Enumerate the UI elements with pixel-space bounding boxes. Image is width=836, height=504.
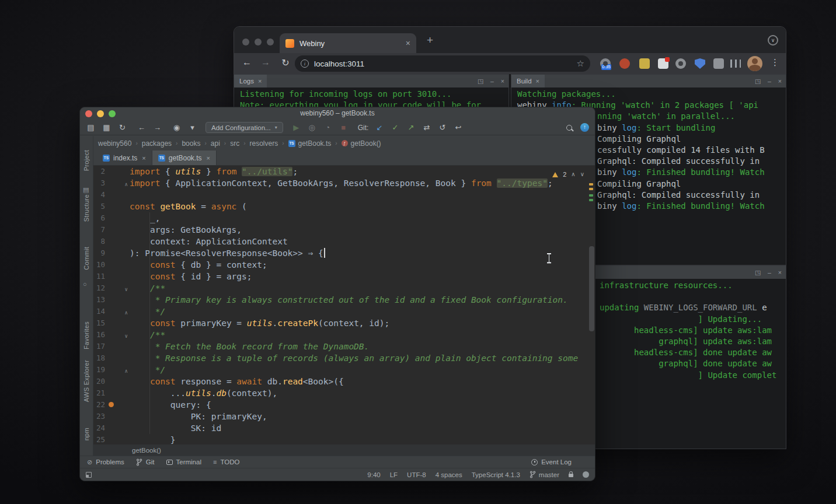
readonly-toggle[interactable] — [569, 472, 573, 477]
close-icon[interactable]: × — [778, 269, 782, 276]
traffic-light-icon[interactable] — [85, 110, 92, 117]
inspections-indicator[interactable] — [583, 471, 589, 478]
fold-icon[interactable]: ∧ — [125, 365, 128, 377]
indent-style[interactable]: 4 spaces — [436, 471, 462, 478]
ide-update-icon[interactable] — [580, 123, 589, 132]
stop-icon[interactable]: ■ — [339, 123, 349, 132]
logs-tab[interactable]: Logs × — [234, 75, 267, 88]
problems-button[interactable]: ⊘Problems — [87, 459, 124, 466]
minimize-icon[interactable]: – — [768, 269, 771, 276]
next-problem-icon[interactable]: ∨ — [580, 169, 584, 180]
toolwindow-toggle-icon[interactable] — [86, 472, 92, 478]
breadcrumb-item[interactable]: getBook() — [342, 139, 381, 148]
encoding[interactable]: UTF-8 — [407, 471, 426, 478]
lightning-extension-icon[interactable] — [639, 58, 650, 69]
close-icon[interactable]: × — [501, 78, 504, 85]
prev-problem-icon[interactable]: ∧ — [571, 169, 575, 180]
red-circle-extension-icon[interactable] — [619, 58, 630, 69]
search-everywhere-icon[interactable] — [566, 125, 572, 131]
undo-icon[interactable]: ↩ — [453, 123, 463, 132]
typescript-version[interactable]: TypeScript 4.1.3 — [472, 471, 520, 478]
camera-extension-icon[interactable] — [675, 58, 686, 69]
todo-button[interactable]: ≡TODO — [213, 459, 239, 466]
tab-close-icon[interactable]: × — [207, 155, 210, 162]
breadcrumb-item[interactable]: src — [230, 139, 239, 148]
float-icon[interactable]: ◳ — [478, 78, 483, 85]
circle-icon[interactable]: ○ — [83, 281, 87, 288]
git-update-icon[interactable]: ↙ — [374, 123, 384, 132]
editor-tab[interactable]: getBook.ts× — [152, 150, 217, 165]
gutter-icon[interactable] — [109, 402, 114, 407]
event-log-button[interactable]: Event Log — [531, 459, 572, 466]
sidebar-item-npm[interactable]: npm — [83, 428, 90, 440]
aperture-extension-icon[interactable]: 0.35 — [600, 58, 611, 69]
close-icon[interactable]: × — [536, 78, 539, 85]
open-project-icon[interactable]: ▤ — [86, 123, 96, 132]
breadcrumb-item[interactable]: api — [211, 139, 220, 148]
editor-tab[interactable]: index.ts× — [97, 150, 152, 165]
new-tab-button[interactable]: + — [427, 34, 433, 47]
breadcrumb-item[interactable]: books — [182, 139, 200, 148]
fold-icon[interactable]: ∨ — [125, 330, 128, 342]
forward-icon[interactable]: → — [260, 57, 271, 68]
tab-search-button[interactable]: ∨ — [768, 35, 778, 46]
history-icon[interactable]: ↺ — [437, 123, 447, 132]
sidebar-item-aws-explorer[interactable]: AWS Explorer — [83, 360, 90, 402]
user-settings-icon[interactable]: ◉ — [172, 123, 182, 132]
fold-icon[interactable]: ∨ — [125, 284, 128, 295]
sidebar-item-project[interactable]: Project — [83, 150, 90, 171]
browser-tab[interactable]: Webiny × — [280, 33, 416, 53]
sync-icon[interactable]: ↻ — [117, 123, 127, 132]
code-editor[interactable]: 2 ∧ ∨ 2import { utils } from "../utils";… — [93, 166, 595, 444]
reload-icon[interactable]: ↻ — [280, 57, 291, 68]
traffic-light-icon[interactable] — [255, 38, 262, 46]
run-configurations-combo[interactable]: Add Configuration... ▾ — [205, 122, 283, 133]
sidebar-item-favorites[interactable]: Favorites — [83, 321, 90, 349]
lines-extension-icon[interactable] — [730, 60, 741, 68]
git-branch[interactable]: master — [530, 471, 559, 478]
nav-forward-icon[interactable]: → — [152, 123, 162, 132]
traffic-light-icon[interactable] — [97, 110, 104, 117]
shield-extension-icon[interactable] — [695, 58, 705, 69]
sidebar-item-structure[interactable]: Structure — [83, 194, 90, 222]
puzzle-extension-icon[interactable] — [713, 58, 724, 69]
float-icon[interactable]: ◳ — [755, 78, 761, 85]
scope-breadcrumb[interactable]: getBook() — [93, 444, 595, 456]
breadcrumb-item[interactable]: resolvers — [250, 139, 278, 148]
nav-back-icon[interactable]: ← — [137, 123, 147, 132]
folder-icon[interactable]: ▤ — [83, 186, 89, 194]
float-icon[interactable]: ◳ — [755, 269, 761, 276]
debug-icon[interactable]: ◎ — [307, 123, 317, 132]
line-separator[interactable]: LF — [390, 471, 398, 478]
tab-close-icon[interactable]: × — [142, 155, 145, 162]
breadcrumb-item[interactable]: webiny560 — [98, 139, 131, 148]
run-icon[interactable]: ▶ — [291, 123, 301, 132]
url-text[interactable]: localhost:3011 — [314, 60, 364, 68]
editor-scrollbar[interactable] — [589, 246, 594, 331]
mail-extension-icon[interactable] — [658, 58, 668, 69]
bookmark-star-icon[interactable]: ☆ — [577, 58, 584, 69]
minimize-icon[interactable]: – — [768, 78, 771, 85]
close-icon[interactable]: × — [778, 78, 782, 85]
breadcrumb-item[interactable]: packages — [142, 139, 172, 148]
dropdown-caret-icon[interactable]: ▾ — [187, 123, 197, 132]
build-tab[interactable]: Build × — [511, 75, 545, 88]
back-icon[interactable]: ← — [241, 57, 253, 68]
fold-icon[interactable]: ∧ — [125, 307, 128, 318]
site-info-icon[interactable]: i — [301, 60, 309, 68]
caret-position[interactable]: 9:40 — [367, 471, 380, 478]
fold-icon[interactable]: ∧ — [125, 178, 128, 190]
sidebar-item-commit[interactable]: Commit — [83, 247, 90, 270]
git-button[interactable]: Git — [136, 459, 155, 466]
ide-title-bar[interactable]: webiny560 – getBook.ts — [80, 107, 595, 120]
git-compare-icon[interactable]: ⇄ — [422, 123, 431, 132]
git-push-icon[interactable]: ↗ — [406, 123, 416, 132]
traffic-light-icon[interactable] — [267, 38, 274, 46]
inspections-widget[interactable]: 2 ∧ ∨ — [552, 169, 584, 180]
profile-avatar[interactable] — [747, 56, 762, 71]
profile-icon[interactable]: ◔ — [323, 123, 333, 132]
terminal-button[interactable]: Terminal — [166, 459, 201, 466]
traffic-light-icon[interactable] — [109, 110, 116, 117]
breadcrumb-item[interactable]: getBook.ts — [288, 139, 332, 148]
git-commit-icon[interactable]: ✓ — [390, 123, 400, 132]
